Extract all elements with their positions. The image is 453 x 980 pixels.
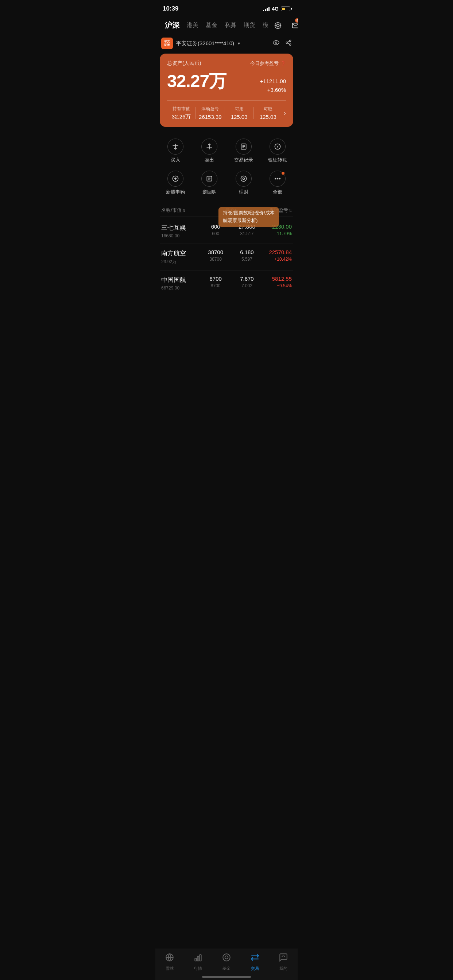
sort-name-icon[interactable]: ⇅ [182,208,185,213]
tab-gangmei[interactable]: 港美 [183,20,202,30]
reverse-label: 逆回购 [203,189,217,196]
svg-point-31 [277,178,278,180]
status-bar: 10:39 4G [155,0,298,16]
svg-text:逆: 逆 [208,177,211,180]
assets-sub-row: 持有市值 32.26万 浮动盈亏 26153.39 可用 125.03 可取 1… [167,100,286,120]
assets-sub-market-val: 持有市值 32.26万 [167,106,196,120]
sell-button[interactable]: 卖出 [193,135,227,166]
svg-text:¥: ¥ [276,145,279,148]
assets-gain-value: +11211.00 [260,77,286,86]
holding-overlay: 持仓/国票数吧(现价/成本 航暖票最新分析) [219,207,279,227]
network-type: 4G [272,6,279,12]
tab-jijin[interactable]: 基金 [202,20,221,30]
tab-qihuo[interactable]: 期货 [240,20,259,30]
assets-gain: +11211.00 +3.60% [260,77,286,94]
message-button[interactable]: 99+ [290,20,298,31]
newstock-button[interactable]: 新股申购 [158,168,193,198]
assets-sub-available: 可用 125.03 [225,106,254,120]
svg-point-7 [275,42,277,44]
share-button[interactable] [285,40,292,48]
wealth-label: 理财 [239,189,248,196]
th-name: 名称/市值 ⇅ [161,207,199,214]
account-logo: 平安 证券 [161,38,173,49]
battery-icon [281,6,290,11]
assets-main-row: 32.27万 +11211.00 +3.60% [167,70,286,94]
table-header: 名称/市值 ⇅ 持仓/ 持仓/国票数吧(现价/成本 航暖票最新分析) 累计盈亏 … [160,204,293,217]
tab-simu[interactable]: 私募 [221,20,240,30]
buy-label: 买入 [171,157,180,163]
status-time: 10:39 [163,5,179,13]
reverse-button[interactable]: 逆 逆回购 [193,168,227,198]
assets-gain-pct: +3.60% [260,86,286,94]
transfer-label: 银证转账 [268,157,287,163]
records-button[interactable]: 交易记录 [226,135,261,166]
svg-point-29 [242,178,244,180]
records-label: 交易记录 [234,157,253,163]
eye-button[interactable] [273,40,279,48]
transfer-button[interactable]: ¥ 银证转账 [261,135,295,166]
svg-point-10 [289,44,291,46]
sell-label: 卖出 [205,157,214,163]
svg-point-9 [286,42,288,44]
newstock-label: 新股申购 [166,189,185,196]
svg-point-30 [275,178,276,180]
scan-button[interactable] [272,20,284,31]
svg-point-8 [289,40,291,42]
svg-point-28 [241,176,246,181]
assets-card: 总资产(人民币) 今日参考盈亏 ❓ 32.27万 +11211.00 +3.60… [160,54,293,127]
stock-row-guohang[interactable]: 中国国航 66729.00 8700 8700 7.670 7.002 5812… [160,270,293,296]
svg-point-32 [279,178,281,180]
account-row-icons [273,40,292,48]
top-nav: 沪深 港美 基金 私募 期货 模 99+ [155,16,298,35]
all-button[interactable]: 全部 [261,168,295,198]
assets-sub-floating: 浮动盈亏 26153.39 [196,106,224,120]
assets-header: 总资产(人民币) 今日参考盈亏 ❓ [167,60,286,67]
sort-profit-icon[interactable]: ⇅ [289,208,292,213]
message-badge: 99+ [295,18,298,22]
stock-row-nanfang[interactable]: 南方航空 23.92万 38700 38700 6.180 5.597 2257… [160,244,293,270]
buy-button[interactable]: 买入 [158,135,193,166]
assets-arrow-icon[interactable]: › [284,110,286,117]
stock-table: 名称/市值 ⇅ 持仓/ 持仓/国票数吧(现价/成本 航暖票最新分析) 累计盈亏 … [155,200,298,296]
quick-actions-row2: 新股申购 逆 逆回购 理财 全部 [155,168,298,200]
svg-point-1 [276,24,279,27]
svg-line-12 [287,41,289,42]
assets-sub-withdrawable: 可取 125.03 [254,106,282,120]
all-label: 全部 [273,189,282,196]
assets-main-value: 32.27万 [167,70,226,93]
wealth-button[interactable]: 理财 [226,168,261,198]
th-holding-wrap: 持仓/ 持仓/国票数吧(现价/成本 航暖票最新分析) [199,207,262,214]
account-name[interactable]: 平安证券(32601****410) [176,40,234,47]
assets-label: 总资产(人民币) [167,60,201,67]
account-row[interactable]: 平安 证券 平安证券(32601****410) ▾ [155,35,298,54]
tab-husheng[interactable]: 沪深 [161,19,183,32]
account-dropdown-icon[interactable]: ▾ [238,41,240,46]
quick-actions-row1: 买入 卖出 交易记录 ¥ 银证转账 [155,131,298,168]
status-right: 4G [263,6,290,12]
tab-mo[interactable]: 模 [259,20,272,30]
signal-icon [263,6,270,11]
assets-today-label: 今日参考盈亏 ❓ [250,60,286,67]
nav-icons: 99+ [272,20,298,31]
svg-line-11 [287,43,289,44]
